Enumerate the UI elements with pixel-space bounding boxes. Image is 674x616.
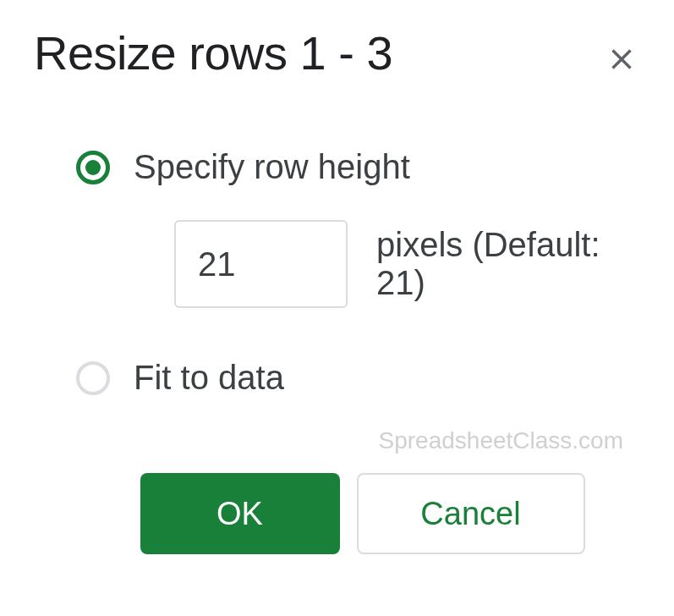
options-group: Specify row height pixels (Default: 21) … [34, 148, 640, 397]
option-fit-row: Fit to data [76, 359, 640, 397]
cancel-button[interactable]: Cancel [357, 473, 585, 554]
radio-specify-height[interactable] [76, 151, 110, 184]
dialog-title: Resize rows 1 - 3 [34, 25, 392, 80]
radio-fit-to-data[interactable] [76, 361, 110, 395]
close-icon [606, 44, 637, 74]
watermark-text: SpreadsheetClass.com [379, 427, 623, 454]
option-specify-label: Specify row height [134, 148, 410, 186]
height-input-row: pixels (Default: 21) [76, 220, 640, 308]
option-specify-row: Specify row height [76, 148, 640, 186]
option-fit-label: Fit to data [134, 359, 284, 397]
dialog-header: Resize rows 1 - 3 [34, 25, 640, 80]
close-button[interactable] [603, 41, 640, 78]
resize-rows-dialog: Resize rows 1 - 3 Specify row height pix… [0, 0, 674, 588]
row-height-input[interactable] [174, 220, 348, 308]
ok-button[interactable]: OK [140, 473, 340, 554]
dialog-footer: OK Cancel [34, 473, 640, 554]
height-input-suffix: pixels (Default: 21) [376, 226, 640, 302]
